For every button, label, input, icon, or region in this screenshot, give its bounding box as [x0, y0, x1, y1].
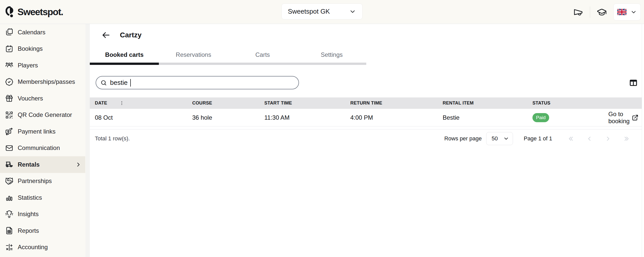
tab-settings[interactable]: Settings — [297, 47, 366, 65]
column-header-course: COURSE — [192, 100, 264, 106]
sidebar-item-vouchers[interactable]: Vouchers — [0, 90, 85, 107]
sidebar-item-partnerships[interactable]: Partnerships — [0, 173, 85, 190]
chevron-down-icon — [503, 136, 509, 142]
sidebar-nav: Calendars Bookings Players Memberships/p… — [0, 24, 90, 257]
sidebar-item-rentals[interactable]: Rentals — [0, 156, 85, 173]
accounting-icon — [5, 243, 13, 251]
rentals-icon — [5, 160, 13, 169]
total-rows-text: Total 1 row(s). — [95, 135, 130, 142]
search-icon — [100, 79, 107, 86]
cell-rental-item: Bestie — [443, 114, 532, 121]
insights-icon — [5, 210, 13, 218]
vouchers-icon — [5, 94, 13, 102]
topbar-divider — [590, 7, 590, 18]
sidebar-item-label: Rentals — [18, 161, 40, 168]
tab-carts[interactable]: Carts — [228, 47, 297, 65]
go-to-booking-link[interactable]: Go to booking — [608, 111, 638, 125]
page-info: Page 1 of 1 — [524, 135, 552, 142]
sidebar-item-label: Bookings — [18, 45, 43, 52]
club-selector-value: Sweetspot GK — [288, 8, 330, 15]
chevron-right-icon — [75, 161, 82, 168]
column-header-date: DATE — [95, 100, 107, 106]
column-header-rental-item: RENTAL ITEM — [443, 100, 532, 106]
tab-bar: Booked carts Reservations Carts Settings — [90, 47, 366, 65]
table-bottom-border — [90, 126, 642, 130]
table-footer: Total 1 row(s). Rows per page 50 Page 1 … — [90, 130, 642, 148]
tab-reservations[interactable]: Reservations — [159, 47, 228, 65]
sidebar-item-reports[interactable]: Reports — [0, 222, 85, 239]
status-badge: Paid — [532, 113, 549, 122]
sidebar-item-insights[interactable]: Insights — [0, 206, 85, 223]
chevron-down-icon — [349, 8, 356, 15]
sidebar-item-qr-code-generator[interactable]: QR Code Generator — [0, 107, 85, 123]
sidebar-item-bookings[interactable]: Bookings — [0, 41, 85, 57]
sidebar-item-label: Calendars — [18, 29, 45, 36]
top-bar: Sweetspot. Sweetspot GK — [0, 0, 644, 24]
sidebar-item-statistics[interactable]: Statistics — [0, 189, 85, 206]
logo-text: Sweetspot. — [17, 7, 63, 17]
communication-icon — [5, 144, 13, 152]
column-header-return-time: RETURN TIME — [350, 100, 443, 106]
sidebar-item-label: Players — [18, 62, 38, 69]
sidebar-scrollbar[interactable] — [85, 24, 90, 257]
tab-underline-active — [90, 63, 159, 65]
calendars-icon — [5, 28, 13, 36]
search-value: bestie — [110, 79, 127, 87]
search-input[interactable]: bestie — [96, 76, 299, 89]
graduation-cap-icon — [597, 7, 607, 17]
previous-page-button[interactable] — [580, 132, 599, 145]
sidebar-item-label: Memberships/passes — [18, 78, 75, 85]
cell-start-time: 11:30 AM — [264, 114, 350, 121]
sidebar-item-communication[interactable]: Communication — [0, 140, 85, 157]
sidebar-item-label: QR Code Generator — [18, 111, 72, 118]
tab-booked-carts[interactable]: Booked carts — [90, 47, 159, 65]
cell-date: 08 Oct — [95, 114, 192, 121]
go-to-booking-label: Go to booking — [608, 111, 630, 125]
page-title: Cartzy — [120, 31, 142, 39]
sidebar-item-calendars[interactable]: Calendars — [0, 24, 85, 41]
first-page-button[interactable] — [562, 132, 580, 145]
view-columns-button[interactable] — [629, 79, 638, 87]
sidebar-item-label: Reports — [18, 227, 39, 234]
uk-flag-icon — [617, 9, 627, 15]
external-link-icon — [632, 114, 638, 121]
payment-links-icon — [5, 127, 13, 136]
rows-per-page-label: Rows per page — [444, 135, 482, 142]
column-menu-icon[interactable] — [119, 101, 124, 106]
academy-button[interactable] — [596, 7, 607, 18]
statistics-icon — [5, 193, 13, 202]
sidebar-item-label: Accounting — [18, 244, 48, 251]
topbar-actions — [573, 0, 641, 24]
club-selector[interactable]: Sweetspot GK — [282, 4, 362, 19]
next-page-button[interactable] — [599, 132, 617, 145]
last-page-button[interactable] — [617, 132, 636, 145]
sidebar-item-accounting[interactable]: Accounting — [0, 239, 85, 256]
pagination — [562, 132, 636, 145]
players-icon — [5, 61, 13, 69]
sidebar-item-label: Statistics — [18, 194, 42, 201]
language-selector[interactable] — [613, 4, 641, 20]
column-header-start-time: START TIME — [264, 100, 350, 106]
memberships-icon — [5, 78, 13, 86]
cell-return-time: 4:00 PM — [350, 114, 443, 121]
reports-icon — [5, 226, 13, 235]
announcements-button[interactable] — [573, 7, 584, 18]
table-row[interactable]: 08 Oct 36 hole 11:30 AM 4:00 PM Bestie P… — [90, 109, 642, 126]
megaphone-icon — [573, 7, 583, 17]
main-content: Cartzy Booked carts Reservations Carts S… — [90, 24, 644, 257]
sweetspot-logo[interactable]: Sweetspot. — [6, 0, 63, 24]
chevron-down-icon — [630, 9, 637, 15]
sidebar-item-memberships[interactable]: Memberships/passes — [0, 74, 85, 90]
column-header-status: STATUS — [532, 100, 608, 106]
table-toolbar: bestie — [90, 76, 642, 89]
back-button[interactable] — [101, 31, 111, 40]
page-scrollbar[interactable] — [642, 24, 644, 257]
sidebar-item-players[interactable]: Players — [0, 57, 85, 74]
sidebar-item-payment-links[interactable]: Payment links — [0, 123, 85, 140]
sidebar-item-label: Partnerships — [18, 177, 52, 185]
qr-code-icon — [5, 111, 13, 119]
page-header: Cartzy — [90, 24, 642, 40]
sidebar-item-label: Vouchers — [18, 95, 43, 102]
bookings-icon — [5, 45, 13, 53]
rows-per-page-select[interactable]: 50 — [486, 132, 513, 145]
